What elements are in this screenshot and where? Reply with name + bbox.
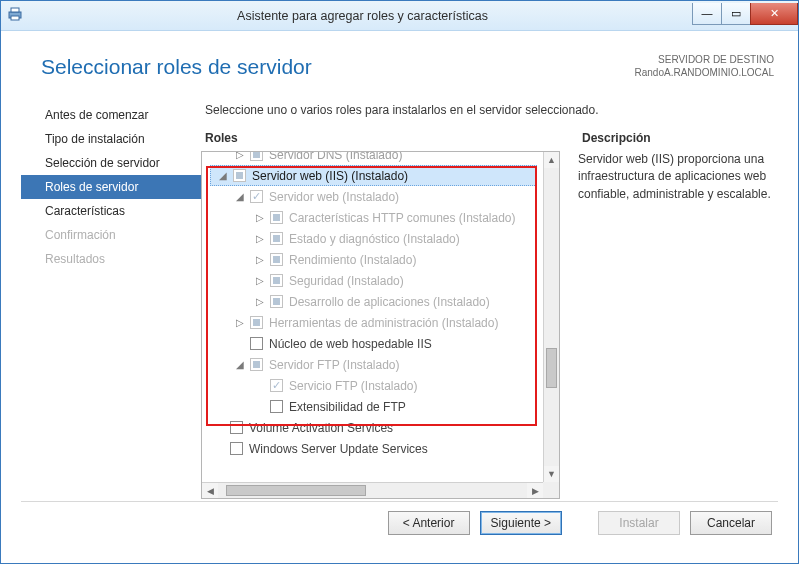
checkbox-icon[interactable] <box>230 442 243 455</box>
step-features[interactable]: Características <box>21 199 201 223</box>
titlebar: Asistente para agregar roles y caracterí… <box>1 1 798 31</box>
chevron-right-icon[interactable]: ▷ <box>234 317 246 328</box>
close-button[interactable]: ✕ <box>750 3 798 25</box>
step-confirmation: Confirmación <box>21 223 201 247</box>
tree-item-http-common[interactable]: ▷ Características HTTP comunes (Instalad… <box>208 207 539 228</box>
roles-header: Roles <box>205 131 560 145</box>
chevron-right-icon[interactable]: ▷ <box>254 254 266 265</box>
tree-item-ftp-service[interactable]: Servicio FTP (Instalado) <box>208 375 539 396</box>
maximize-button[interactable]: ▭ <box>721 3 751 25</box>
instruction-text: Seleccione uno o varios roles para insta… <box>205 103 778 117</box>
checkbox-icon[interactable] <box>250 190 263 203</box>
checkbox-icon[interactable] <box>230 421 243 434</box>
next-button[interactable]: Siguiente > <box>480 511 562 535</box>
chevron-down-icon[interactable]: ◢ <box>234 191 246 202</box>
chevron-right-icon[interactable]: ▷ <box>254 296 266 307</box>
chevron-right-icon[interactable]: ▷ <box>254 212 266 223</box>
scroll-right-icon[interactable]: ▶ <box>527 483 543 498</box>
chevron-right-icon[interactable]: ▷ <box>254 275 266 286</box>
checkbox-icon[interactable] <box>233 169 246 182</box>
install-button: Instalar <box>598 511 680 535</box>
step-before-you-begin[interactable]: Antes de comenzar <box>21 103 201 127</box>
window-title: Asistente para agregar roles y caracterí… <box>33 9 692 23</box>
description-text: Servidor web (IIS) proporciona una infra… <box>578 151 778 203</box>
chevron-down-icon[interactable]: ◢ <box>234 359 246 370</box>
app-icon <box>7 6 27 26</box>
checkbox-icon[interactable] <box>270 295 283 308</box>
wizard-footer: < Anterior Siguiente > Instalar Cancelar <box>21 501 778 543</box>
tree-item-wsus[interactable]: Windows Server Update Services <box>208 438 539 459</box>
svg-rect-1 <box>11 8 19 12</box>
scroll-up-icon[interactable]: ▲ <box>544 152 559 168</box>
wizard-steps: Antes de comenzar Tipo de instalación Se… <box>21 99 201 499</box>
description-column: Descripción Servidor web (IIS) proporcio… <box>578 131 778 499</box>
scroll-down-icon[interactable]: ▼ <box>544 466 559 482</box>
checkbox-icon[interactable] <box>270 211 283 224</box>
tree-item-iis[interactable]: ◢ Servidor web (IIS) (Instalado) <box>210 165 537 186</box>
tree-item-mgmt-tools[interactable]: ▷ Herramientas de administración (Instal… <box>208 312 539 333</box>
description-header: Descripción <box>582 131 778 145</box>
checkbox-icon[interactable] <box>250 152 263 161</box>
back-button[interactable]: < Anterior <box>388 511 470 535</box>
checkbox-icon[interactable] <box>270 379 283 392</box>
wizard-window: Asistente para agregar roles y caracterí… <box>0 0 799 564</box>
tree-item-dns-cut[interactable]: ▷ Servidor DNS (Instalado) <box>208 152 539 165</box>
roles-column: Roles ▷ Servidor DNS (Instalado) <box>201 131 560 499</box>
scroll-thumb-h[interactable] <box>226 485 366 496</box>
tree-item-vas[interactable]: Volume Activation Services <box>208 417 539 438</box>
checkbox-icon[interactable] <box>270 253 283 266</box>
content-area: SERVIDOR DE DESTINO RandoA.RANDOMINIO.LO… <box>21 47 778 543</box>
destination-info: SERVIDOR DE DESTINO RandoA.RANDOMINIO.LO… <box>635 53 775 79</box>
destination-label: SERVIDOR DE DESTINO <box>635 53 775 66</box>
roles-tree-viewport[interactable]: ▷ Servidor DNS (Instalado) ◢ Servidor we… <box>202 152 543 482</box>
checkbox-icon[interactable] <box>250 316 263 329</box>
tree-item-ftp-extensibility[interactable]: Extensibilidad de FTP <box>208 396 539 417</box>
step-results: Resultados <box>21 247 201 271</box>
chevron-right-icon[interactable]: ▷ <box>254 233 266 244</box>
destination-server: RandoA.RANDOMINIO.LOCAL <box>635 66 775 79</box>
tree-item-hostable-core[interactable]: Núcleo de web hospedable IIS <box>208 333 539 354</box>
minimize-button[interactable]: — <box>692 3 722 25</box>
step-server-roles[interactable]: Roles de servidor <box>21 175 201 199</box>
vertical-scrollbar[interactable]: ▲ ▼ <box>543 152 559 482</box>
scroll-thumb[interactable] <box>546 348 557 388</box>
checkbox-icon[interactable] <box>250 358 263 371</box>
checkbox-icon[interactable] <box>270 232 283 245</box>
tree-item-security[interactable]: ▷ Seguridad (Instalado) <box>208 270 539 291</box>
main-pane: Seleccione uno o varios roles para insta… <box>201 99 778 499</box>
scroll-left-icon[interactable]: ◀ <box>202 483 218 498</box>
svg-rect-2 <box>11 16 19 20</box>
horizontal-scrollbar[interactable]: ◀ ▶ <box>202 482 543 498</box>
roles-tree-container: ▷ Servidor DNS (Instalado) ◢ Servidor we… <box>201 151 560 499</box>
tree-item-ftp[interactable]: ◢ Servidor FTP (Instalado) <box>208 354 539 375</box>
step-server-selection[interactable]: Selección de servidor <box>21 151 201 175</box>
tree-item-performance[interactable]: ▷ Rendimiento (Instalado) <box>208 249 539 270</box>
tree-item-appdev[interactable]: ▷ Desarrollo de aplicaciones (Instalado) <box>208 291 539 312</box>
window-controls: — ▭ ✕ <box>692 7 798 25</box>
tree-item-health[interactable]: ▷ Estado y diagnóstico (Instalado) <box>208 228 539 249</box>
roles-tree: ▷ Servidor DNS (Instalado) ◢ Servidor we… <box>202 152 543 465</box>
cancel-button[interactable]: Cancelar <box>690 511 772 535</box>
tree-item-web[interactable]: ◢ Servidor web (Instalado) <box>208 186 539 207</box>
chevron-down-icon[interactable]: ◢ <box>217 170 229 181</box>
checkbox-icon[interactable] <box>270 274 283 287</box>
checkbox-icon[interactable] <box>270 400 283 413</box>
checkbox-icon[interactable] <box>250 337 263 350</box>
step-installation-type[interactable]: Tipo de instalación <box>21 127 201 151</box>
chevron-right-icon[interactable]: ▷ <box>234 152 246 160</box>
scroll-corner <box>543 482 559 498</box>
